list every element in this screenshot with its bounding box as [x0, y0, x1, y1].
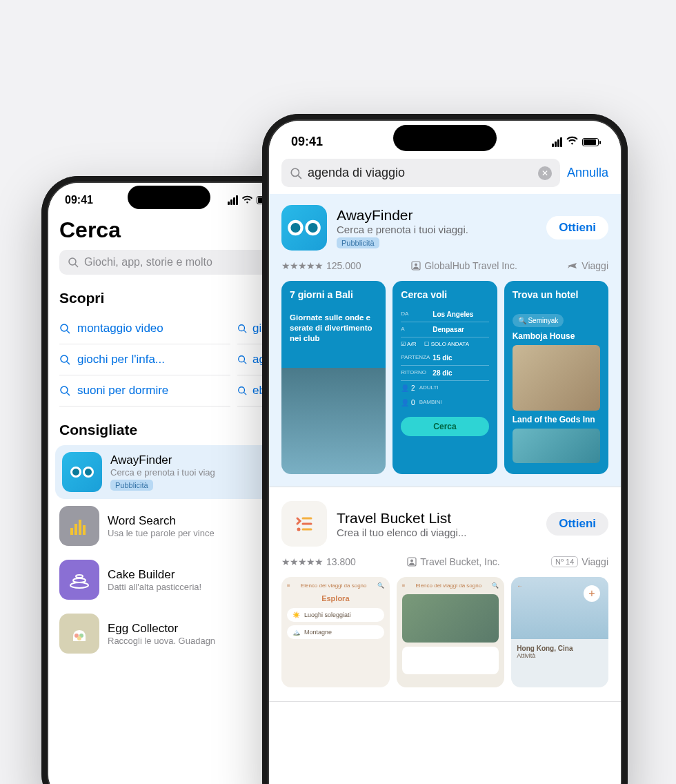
app-name: Cake Builder	[108, 568, 201, 582]
rank-badge: Nº 14	[551, 556, 578, 567]
svg-rect-16	[79, 520, 81, 535]
svg-rect-15	[74, 524, 77, 535]
svg-point-31	[297, 528, 301, 531]
page-title: Cerca	[59, 217, 279, 243]
svg-line-7	[67, 362, 70, 364]
app-name: AwayFinder	[337, 207, 537, 224]
wifi-icon	[566, 136, 579, 148]
svg-point-10	[61, 386, 68, 393]
search-placeholder: Giochi, app, storie e molto	[84, 256, 212, 268]
phone-search-home: 09:41 Cerca Giochi, app, storie e molto …	[41, 176, 297, 784]
search-value: agenda di viaggio	[308, 166, 405, 180]
svg-point-18	[76, 575, 83, 578]
search-input[interactable]: Giochi, app, storie e molto	[59, 250, 279, 275]
svg-line-9	[244, 362, 247, 364]
status-time: 09:41	[65, 194, 93, 206]
discover-item[interactable]: giochi per l'infa...	[59, 344, 230, 375]
rating-meta: ★★★★★ 125.000	[281, 260, 361, 271]
discover-item[interactable]: montaggio video	[59, 313, 230, 344]
suggested-app[interactable]: Cake Builder Datti all'alta pasticceria!	[59, 553, 279, 607]
app-subtitle: Datti all'alta pasticceria!	[108, 582, 201, 592]
screenshot-b1: ≡Elenco dei viaggi da sogno🔍 Esplora ☀️L…	[281, 577, 390, 687]
screenshot-b2: ≡Elenco dei viaggi da sogno🔍	[397, 577, 505, 687]
stars-icon: ★★★★★	[281, 260, 323, 271]
svg-point-33	[410, 560, 413, 562]
cellular-icon	[552, 137, 562, 147]
svg-rect-14	[70, 528, 73, 535]
rating-meta: ★★★★★ 13.800	[281, 556, 356, 567]
svg-point-24	[291, 168, 299, 176]
app-subtitle: Cerca e prenota i tuoi viaggi.	[337, 224, 537, 235]
svg-point-0	[69, 258, 76, 265]
app-icon-bucketlist	[281, 501, 327, 547]
app-subtitle: Crea il tuo elenco di viaggi...	[337, 527, 537, 538]
app-name: Travel Bucket List	[337, 510, 537, 527]
svg-line-11	[67, 393, 70, 395]
app-icon-awayfinder	[62, 452, 102, 492]
notch	[393, 125, 497, 151]
stars-icon: ★★★★★	[281, 556, 323, 567]
developer-meta: GlobalHub Travel Inc.	[411, 260, 517, 271]
screenshot-1: 7 giorni a Bali Giornate sulle onde e se…	[281, 281, 386, 474]
developer-icon	[407, 557, 417, 567]
svg-line-3	[67, 331, 70, 333]
svg-point-23	[77, 636, 81, 640]
category-meta: Nº 14 Viaggi	[551, 556, 608, 567]
screenshot-2: Cerca voli DALos Angeles ADenpasar ☑ A/R…	[392, 281, 497, 474]
app-icon-eggcollector	[59, 614, 99, 654]
sponsored-result[interactable]: AwayFinder Cerca e prenota i tuoi viaggi…	[269, 194, 621, 487]
svg-line-5	[244, 331, 247, 333]
svg-point-12	[239, 387, 245, 393]
phone-search-results: 09:41 agenda di viaggio ✕ Annulla	[262, 114, 628, 784]
get-button[interactable]: Ottieni	[546, 216, 608, 239]
svg-point-6	[61, 355, 68, 362]
search-icon	[68, 257, 79, 268]
app-subtitle: Raccogli le uova. Guadagn	[108, 636, 215, 646]
suggested-app[interactable]: Egg Collector Raccogli le uova. Guadagn	[59, 607, 279, 660]
developer-meta: Travel Bucket, Inc.	[407, 556, 499, 567]
developer-icon	[411, 261, 421, 271]
suggested-app[interactable]: Word Search Usa le tue parole per vince	[59, 499, 279, 553]
svg-point-8	[239, 356, 245, 362]
svg-line-13	[244, 393, 247, 395]
discover-heading: Scopri	[59, 290, 279, 306]
svg-rect-17	[83, 525, 86, 535]
notch	[128, 186, 210, 209]
suggested-app-sponsored[interactable]: AwayFinder Cerca e prenota i tuoi viag P…	[55, 445, 283, 499]
svg-point-2	[61, 324, 68, 331]
app-icon-cakebuilder	[59, 560, 99, 600]
cellular-icon	[228, 195, 238, 205]
search-result[interactable]: Travel Bucket List Crea il tuo elenco di…	[269, 487, 621, 702]
search-icon	[290, 167, 302, 179]
app-icon-wordsearch	[59, 506, 99, 546]
ad-badge: Pubblicità	[110, 480, 153, 491]
screenshot-3: Trova un hotel 🔍 Seminyak Kamboja House …	[504, 281, 608, 474]
discover-item[interactable]: suoni per dormire	[59, 375, 230, 406]
app-subtitle: Usa le tue parole per vince	[108, 528, 215, 538]
plane-icon	[567, 261, 578, 271]
search-input[interactable]: agenda di viaggio ✕	[281, 159, 560, 187]
app-name: AwayFinder	[110, 453, 215, 467]
battery-icon	[582, 138, 599, 146]
suggested-heading: Consigliate	[59, 422, 279, 438]
svg-point-20	[70, 582, 88, 588]
cancel-button[interactable]: Annulla	[567, 166, 608, 180]
app-icon-awayfinder	[281, 205, 327, 251]
status-time: 09:41	[291, 135, 323, 149]
app-name: Egg Collector	[108, 622, 215, 636]
ad-badge: Pubblicità	[337, 237, 379, 248]
app-name: Word Search	[108, 514, 215, 528]
clear-icon[interactable]: ✕	[538, 166, 552, 180]
get-button[interactable]: Ottieni	[546, 512, 608, 536]
svg-line-25	[298, 175, 301, 179]
svg-line-1	[75, 264, 78, 267]
svg-point-4	[239, 325, 245, 331]
screenshot-b3: ← + Hong Kong, CinaAttività	[511, 577, 608, 687]
svg-point-27	[415, 264, 417, 266]
app-subtitle: Cerca e prenota i tuoi viag	[110, 467, 215, 478]
wifi-icon	[241, 195, 253, 206]
category-meta: Viaggi	[567, 260, 608, 271]
